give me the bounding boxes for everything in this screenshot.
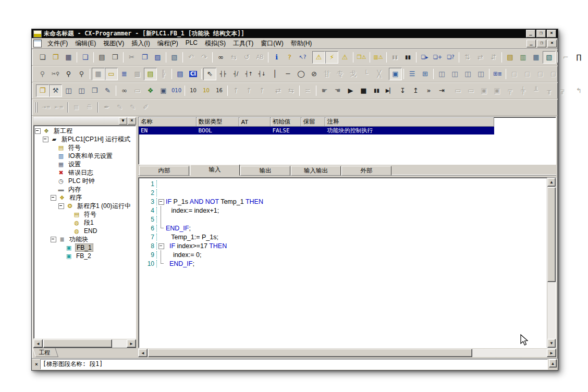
tree-item-[interactable]: ▤符号 bbox=[35, 143, 136, 152]
zoom-region-icon[interactable]: ✂⚲ bbox=[49, 68, 62, 80]
open-project-icon[interactable]: ❐ bbox=[49, 51, 62, 64]
rung-insert-icon[interactable]: ╤ bbox=[504, 84, 517, 97]
column-header-5[interactable]: 保留 bbox=[301, 117, 325, 127]
toolbox-icon[interactable]: ⚒ bbox=[49, 84, 62, 97]
paste-icon[interactable]: ▨ bbox=[151, 51, 164, 64]
rung-split-icon[interactable]: ╪ bbox=[517, 84, 530, 97]
scroll-down-icon[interactable]: ▼ bbox=[547, 339, 556, 348]
menu-item-2[interactable]: 编辑(E) bbox=[71, 38, 100, 49]
code-line-9[interactable]: 9 index:= 0; bbox=[139, 250, 547, 259]
tree-expander-icon[interactable] bbox=[58, 203, 64, 209]
sim-pause-icon[interactable]: ▮▮ bbox=[370, 84, 383, 97]
pen-black-icon[interactable]: ✒ bbox=[100, 101, 113, 114]
column-header-4[interactable]: 初始值 bbox=[270, 117, 301, 127]
print-icon[interactable]: ▤ bbox=[95, 51, 108, 64]
program-add-icon[interactable]: ❏+ bbox=[431, 51, 444, 64]
overview-icon[interactable]: ▩ bbox=[131, 68, 144, 80]
line-connect-icon[interactable]: └ bbox=[360, 68, 373, 80]
online-edit-go-icon[interactable]: ▣ bbox=[491, 84, 504, 97]
force-cancel-icon[interactable]: ↑ bbox=[255, 84, 268, 97]
scroll-thumb[interactable] bbox=[43, 339, 112, 348]
tree-item-plc[interactable]: ◷PLC 时钟 bbox=[35, 177, 136, 185]
set-value-icon[interactable]: ◫ bbox=[461, 68, 474, 80]
force-set-hand-icon[interactable]: ☛ bbox=[318, 84, 331, 97]
dialog-window-icon[interactable]: ❒ bbox=[88, 84, 101, 97]
run-to-break-icon[interactable]: ▶▏ bbox=[383, 84, 396, 97]
memory-window-icon[interactable]: ◫ bbox=[474, 68, 487, 80]
scroll-left-icon[interactable]: ◄ bbox=[138, 349, 148, 357]
rung-comment-icon[interactable]: ▭ bbox=[105, 68, 118, 80]
menu-item-7[interactable]: 模拟(S) bbox=[201, 38, 229, 49]
find-error-icon[interactable]: ⚠ bbox=[338, 51, 351, 64]
panel-pin-icon[interactable]: ▾ bbox=[119, 117, 127, 125]
redo-icon[interactable]: ↷ bbox=[198, 51, 211, 64]
tree-item-fb_1[interactable]: ▣FB_1 bbox=[35, 243, 136, 252]
instruction-icon[interactable]: 甘 bbox=[321, 68, 334, 80]
transfer-to-plc-icon[interactable]: ⇄ bbox=[272, 84, 285, 97]
fb-tab-5[interactable]: 外部 bbox=[341, 166, 391, 176]
online-edit-cancel-icon[interactable]: ▣ bbox=[477, 84, 491, 97]
panel-close-icon[interactable]: × bbox=[128, 117, 136, 125]
tree-item-[interactable]: ≣功能块 bbox=[35, 235, 136, 243]
find-icon[interactable]: ∞ bbox=[214, 51, 227, 64]
child-close-button[interactable]: × bbox=[547, 40, 557, 47]
online-edit-icon[interactable]: ⚡ bbox=[325, 51, 338, 64]
coil-not-icon[interactable]: ⊘ bbox=[308, 68, 321, 80]
cross-ref-window-icon[interactable]: ◻ bbox=[534, 68, 547, 80]
watch-icon[interactable]: ◻ bbox=[521, 68, 534, 80]
tree-item-end[interactable]: ◍END bbox=[35, 227, 136, 235]
force-off-icon[interactable]: ↑ bbox=[242, 84, 255, 97]
horizontal-line-icon[interactable]: ─ bbox=[281, 68, 295, 80]
address-ref-icon[interactable]: ◫ bbox=[435, 68, 448, 80]
rung-below-icon[interactable]: ╦ bbox=[556, 84, 569, 97]
menu-item-8[interactable]: 工具(T) bbox=[229, 38, 257, 49]
local-window-icon[interactable]: ◻ bbox=[547, 68, 560, 80]
paste-special-icon[interactable]: ▧ bbox=[168, 51, 181, 64]
monitor-check-icon[interactable]: ▥⚠ bbox=[372, 51, 385, 64]
line-delete-icon[interactable]: ╳ bbox=[373, 68, 386, 80]
change-all-icon[interactable]: AB bbox=[253, 51, 266, 64]
scan-run-icon[interactable]: ⇥ bbox=[435, 84, 448, 97]
tree-horizontal-scrollbar[interactable]: ◄ ► bbox=[33, 339, 136, 348]
contact-up-icon[interactable]: ┤↑ bbox=[242, 68, 255, 80]
select-cursor-icon[interactable]: ⇖ bbox=[203, 68, 216, 80]
var-cell-2[interactable]: BOOL bbox=[196, 127, 239, 135]
pause-offline-icon[interactable]: ▮▮ bbox=[388, 51, 401, 64]
return-icon[interactable]: ↰ bbox=[572, 84, 585, 97]
fb-invoke-icon[interactable]: 专 bbox=[334, 68, 347, 80]
menu-item-3[interactable]: 视图(V) bbox=[100, 38, 128, 49]
zoom-select-icon[interactable]: ⚲ bbox=[36, 68, 49, 80]
layers-icon[interactable]: ☰ bbox=[406, 68, 419, 80]
code-line-8[interactable]: 8 IF index>=17 THEN bbox=[139, 241, 547, 250]
scroll-up-icon[interactable]: ▲ bbox=[549, 359, 557, 368]
fb-tab-3[interactable]: 输出 bbox=[240, 166, 290, 176]
column-header-1[interactable]: 名称 bbox=[139, 117, 196, 127]
online-compare-icon[interactable]: ⇄ bbox=[474, 51, 487, 64]
menu-item-5[interactable]: 编程(P) bbox=[154, 38, 182, 49]
contact-nc-icon[interactable]: ┤/ bbox=[229, 68, 242, 80]
tree-item-1[interactable]: ◍段1 bbox=[35, 218, 136, 227]
vertical-line-icon[interactable]: │ bbox=[268, 68, 281, 80]
new-window-icon[interactable]: ❐ bbox=[36, 84, 49, 97]
save-icon[interactable]: ▦ bbox=[62, 51, 75, 64]
code-line-1[interactable]: 1 bbox=[139, 179, 547, 188]
step-out-icon[interactable]: ↥ bbox=[409, 84, 422, 97]
usage-icon[interactable]: ▭ bbox=[131, 84, 144, 97]
code-line-5[interactable]: 5 bbox=[139, 215, 547, 224]
force-on-icon[interactable]: ↑ bbox=[229, 84, 242, 97]
work-online-icon[interactable]: ⇅ bbox=[461, 51, 474, 64]
var-cell-4[interactable]: FALSE bbox=[270, 127, 301, 135]
watch-window-icon[interactable]: ◫ bbox=[448, 68, 461, 80]
protect-icon[interactable]: ❖ bbox=[144, 84, 157, 97]
cross-reference-icon[interactable]: ∞ bbox=[118, 84, 131, 97]
code-vertical-scrollbar[interactable]: ▲ ▼ bbox=[547, 178, 556, 348]
transfer-from-plc-icon[interactable]: ⇆ bbox=[285, 84, 298, 97]
child-minimize-button[interactable]: _ bbox=[526, 40, 536, 47]
tree-item-io[interactable]: ▥IO表和单元设置 bbox=[35, 152, 136, 160]
about-icon[interactable]: ℹ bbox=[270, 51, 283, 64]
pen-erase-icon[interactable]: ✐ bbox=[139, 101, 152, 114]
new-document-icon[interactable]: ❏ bbox=[36, 51, 49, 64]
step-in-icon[interactable]: ↧ bbox=[396, 84, 409, 97]
contact-down-icon[interactable]: ┤↓ bbox=[255, 68, 268, 80]
code-line-7[interactable]: 7 Temp_1:= P_1s; bbox=[139, 232, 547, 241]
